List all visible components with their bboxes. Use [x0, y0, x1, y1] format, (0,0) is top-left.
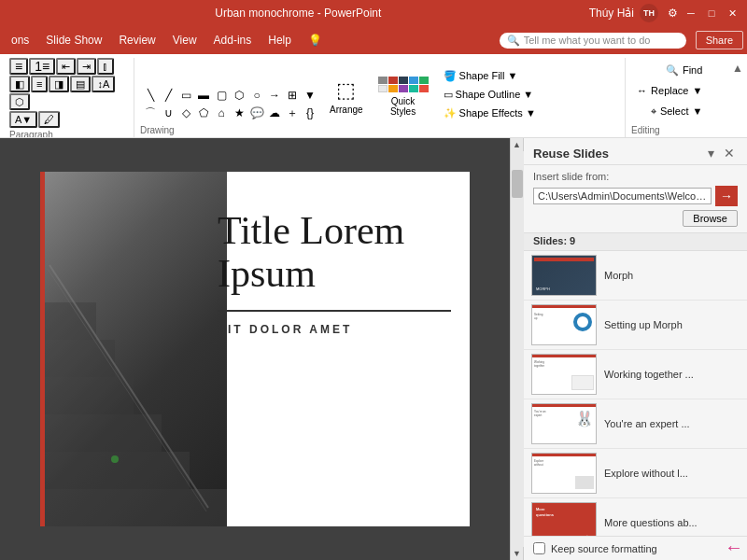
ribbon-group-drawing: ╲ ╱ ▭ ▬ ▢ ⬡ ○ → ⊞ ▼ ⌒ ∪ ◇ ⬠ ⌂ ★ 💬: [134, 58, 626, 137]
svg-rect-5: [40, 302, 96, 340]
justify[interactable]: ▤: [70, 76, 91, 92]
shapes-expand[interactable]: ▼: [302, 87, 318, 104]
shape-cloud[interactable]: ☁: [266, 105, 283, 121]
path-input[interactable]: [533, 188, 712, 204]
shape-brace[interactable]: {}: [302, 105, 318, 121]
shape-rect[interactable]: ▭: [177, 87, 194, 104]
shape-snip[interactable]: ⬡: [231, 87, 247, 104]
outline-chevron[interactable]: ▼: [523, 89, 533, 100]
keep-formatting-checkbox[interactable]: [533, 542, 545, 554]
shape-more[interactable]: ⊞: [284, 87, 301, 104]
settings-icon[interactable]: ⚙: [668, 7, 678, 20]
replace-label: Replace: [651, 85, 688, 96]
replace-chevron[interactable]: ▼: [692, 85, 702, 96]
columns-button[interactable]: ⫿: [97, 58, 114, 75]
maximize-button[interactable]: □: [704, 6, 719, 21]
menu-item-slideshow[interactable]: Slide Show: [38, 30, 109, 50]
shape-diamond[interactable]: ◇: [177, 105, 194, 121]
svg-rect-4: [40, 340, 115, 377]
close-button[interactable]: ✕: [725, 6, 740, 21]
shape-outline-button[interactable]: ▭ Shape Outline ▼: [440, 86, 540, 103]
slide-background-image: [40, 172, 227, 526]
quick-styles-swatches: [378, 77, 429, 92]
panel-close-button[interactable]: ✕: [721, 146, 738, 161]
select-chevron[interactable]: ▼: [692, 105, 702, 117]
shape-line2[interactable]: ╱: [160, 87, 176, 104]
keep-formatting-label: Keep source formatting: [551, 543, 657, 554]
vertical-scrollbar[interactable]: ▲ ▼: [510, 138, 523, 560]
menu-item-help[interactable]: Help: [261, 30, 299, 50]
slide-area[interactable]: Title LoremIpsum SIT DOLOR AMET: [0, 138, 510, 560]
slide-list-item[interactable]: Explorewithout Explore without l...: [524, 449, 747, 498]
align-right[interactable]: ◨: [49, 76, 69, 92]
slide-list-item[interactable]: MORPH Morph: [524, 251, 747, 301]
scroll-down-button[interactable]: ▼: [511, 547, 524, 560]
user-area: Thúy Hải TH ⚙ ─ □ ✕: [589, 4, 740, 22]
path-go-button[interactable]: →: [715, 186, 738, 206]
shape-fill-button[interactable]: 🪣 Shape Fill ▼: [440, 67, 540, 84]
replace-button[interactable]: ↔ Replace ▼: [631, 82, 708, 99]
shape-curve[interactable]: ∪: [160, 105, 176, 121]
numbering-button[interactable]: 1≡: [29, 58, 55, 75]
main-area: Title LoremIpsum SIT DOLOR AMET ▲ ▼ Reus…: [0, 138, 747, 560]
effects-chevron[interactable]: ▼: [526, 107, 536, 119]
quick-styles-button[interactable]: QuickStyles: [373, 69, 434, 123]
shape-arc[interactable]: ⌒: [142, 105, 159, 121]
share-button[interactable]: Share: [696, 31, 743, 49]
slide-title: Title LoremIpsum: [218, 209, 451, 295]
shape-arrow[interactable]: →: [266, 87, 283, 104]
title-bar: Urban monochrome - PowerPoint Thúy Hải T…: [0, 0, 747, 26]
ribbon-collapse-button[interactable]: ▲: [728, 58, 743, 137]
slide-canvas: Title LoremIpsum SIT DOLOR AMET: [40, 172, 470, 526]
slide-label-3: You're an expert ...: [604, 418, 740, 429]
browse-button[interactable]: Browse: [683, 210, 738, 227]
menu-item-file[interactable]: ons: [4, 30, 36, 50]
shape-star[interactable]: ★: [231, 105, 247, 121]
slide-list-item[interactable]: Workingtogether Working together ...: [524, 350, 747, 399]
shape-effects-button[interactable]: ✨ Shape Effects ▼: [440, 105, 540, 121]
text-direction[interactable]: ↕A: [92, 76, 115, 92]
font-color[interactable]: A▼: [9, 111, 37, 128]
shape-rect2[interactable]: ▬: [195, 87, 212, 104]
shape-pentagon[interactable]: ⬠: [195, 105, 212, 121]
menu-item-view[interactable]: View: [165, 30, 204, 50]
shape-line[interactable]: ╲: [142, 87, 159, 104]
slide-list-item[interactable]: You're anexpert 🐰 You're an expert ...: [524, 399, 747, 449]
indent-increase[interactable]: ⇥: [77, 58, 96, 75]
minimize-button[interactable]: ─: [684, 6, 698, 21]
fill-chevron[interactable]: ▼: [508, 70, 518, 81]
slide-list-item[interactable]: Settingup Setting up Morph: [524, 301, 747, 350]
scroll-thumb[interactable]: [512, 170, 523, 198]
search-box[interactable]: 🔍 Tell me what you want to do: [500, 33, 686, 49]
menu-bar: ons Slide Show Review View Add-ins Help …: [0, 26, 747, 54]
slides-count: Slides: 9: [524, 232, 747, 251]
arrange-button[interactable]: ⬚ Arrange: [322, 69, 371, 123]
shape-plus[interactable]: ＋: [284, 105, 301, 121]
shape-oval[interactable]: ○: [248, 87, 265, 104]
highlight[interactable]: 🖊: [38, 111, 60, 128]
smartart[interactable]: ⬡: [9, 93, 30, 110]
indent-decrease[interactable]: ⇤: [56, 58, 76, 75]
panel-header-buttons: ▾ ✕: [705, 146, 738, 161]
slide-thumbnail-4: Explorewithout: [531, 453, 597, 494]
keep-formatting-row: Keep source formatting ←: [524, 536, 747, 560]
menu-item-addins[interactable]: Add-ins: [206, 30, 260, 50]
scroll-up-button[interactable]: ▲: [511, 138, 524, 151]
outline-icon: ▭: [444, 89, 453, 101]
bullets-button[interactable]: ≡: [9, 58, 28, 75]
align-left[interactable]: ◧: [9, 76, 30, 92]
menu-item-review[interactable]: Review: [111, 30, 162, 50]
select-button[interactable]: ⌖ Select ▼: [645, 103, 708, 119]
slide-list-item[interactable]: Morequestions ab... More questions ab...: [524, 498, 747, 536]
slide-label-1: Setting up Morph: [604, 319, 740, 330]
panel-menu-button[interactable]: ▾: [705, 146, 717, 161]
select-label: Select: [660, 105, 689, 117]
shape-chevron[interactable]: ⌂: [213, 105, 230, 121]
align-center[interactable]: ≡: [31, 76, 48, 92]
shape-callout[interactable]: 💬: [248, 105, 265, 121]
insert-from-label: Insert slide from:: [524, 165, 747, 186]
search-icon: 🔍: [507, 35, 520, 47]
find-button[interactable]: 🔍 Find: [660, 62, 708, 78]
shape-options: 🪣 Shape Fill ▼ ▭ Shape Outline ▼ ✨ Shape…: [436, 65, 543, 123]
shape-rounded-rect[interactable]: ▢: [213, 87, 230, 104]
